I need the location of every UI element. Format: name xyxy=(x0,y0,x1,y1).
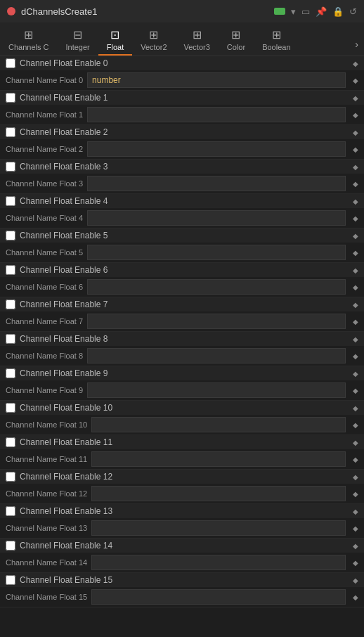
name-diamond-14[interactable]: ◆ xyxy=(353,559,358,567)
channel-group-12: Channel Float Enable 12◆Channel Name Flo… xyxy=(0,470,364,504)
name-input-1[interactable] xyxy=(87,107,346,122)
enable-label-6: Channel Float Enable 6 xyxy=(20,265,349,275)
tab-scroll-right[interactable]: › xyxy=(349,33,364,56)
enable-diamond-6[interactable]: ◆ xyxy=(353,266,358,274)
name-diamond-11[interactable]: ◆ xyxy=(353,456,358,463)
enable-diamond-8[interactable]: ◆ xyxy=(353,335,358,343)
lock-icon[interactable]: 🔒 xyxy=(332,6,344,17)
name-diamond-6[interactable]: ◆ xyxy=(353,283,358,291)
window-icon-1[interactable]: ▭ xyxy=(301,6,310,17)
name-diamond-2[interactable]: ◆ xyxy=(353,146,358,153)
enable-diamond-11[interactable]: ◆ xyxy=(353,439,358,446)
enable-checkbox-4[interactable] xyxy=(6,196,15,206)
name-input-6[interactable] xyxy=(87,279,346,295)
name-diamond-10[interactable]: ◆ xyxy=(353,421,358,429)
enable-row-4: Channel Float Enable 4◆ xyxy=(0,194,364,208)
name-input-14[interactable] xyxy=(91,555,346,570)
refresh-icon[interactable]: ↺ xyxy=(349,6,357,17)
pin-icon[interactable]: 📌 xyxy=(316,6,327,17)
enable-checkbox-13[interactable] xyxy=(6,506,15,516)
dropdown-icon[interactable]: ▾ xyxy=(291,6,296,17)
tab-channels-c[interactable]: ⊞ Channels C xyxy=(0,25,57,56)
enable-row-14: Channel Float Enable 14◆ xyxy=(0,539,364,553)
name-label-0: Channel Name Float 0 xyxy=(6,76,83,84)
name-diamond-12[interactable]: ◆ xyxy=(353,490,358,498)
enable-diamond-3[interactable]: ◆ xyxy=(353,163,358,171)
enable-label-12: Channel Float Enable 12 xyxy=(20,472,349,482)
enable-checkbox-9[interactable] xyxy=(6,368,15,378)
enable-checkbox-15[interactable] xyxy=(6,575,15,585)
enable-checkbox-3[interactable] xyxy=(6,162,15,172)
enable-diamond-4[interactable]: ◆ xyxy=(353,198,358,205)
name-diamond-15[interactable]: ◆ xyxy=(353,593,358,601)
name-input-10[interactable] xyxy=(91,417,346,432)
tab-color[interactable]: ⊞ Color xyxy=(219,25,254,56)
enable-row-3: Channel Float Enable 3◆ xyxy=(0,160,364,174)
enable-checkbox-6[interactable] xyxy=(6,265,15,275)
enable-row-8: Channel Float Enable 8◆ xyxy=(0,332,364,346)
name-diamond-5[interactable]: ◆ xyxy=(353,249,358,257)
name-input-9[interactable] xyxy=(87,382,346,398)
name-input-11[interactable] xyxy=(91,451,346,467)
enable-diamond-15[interactable]: ◆ xyxy=(353,577,358,584)
tab-float[interactable]: ⊡ Float xyxy=(98,25,132,56)
name-input-5[interactable] xyxy=(87,245,346,260)
name-input-0[interactable] xyxy=(87,72,346,88)
channels-content: Channel Float Enable 0◆Channel Name Floa… xyxy=(0,56,364,607)
channel-group-10: Channel Float Enable 10◆Channel Name Flo… xyxy=(0,401,364,435)
tab-float-label: Float xyxy=(107,43,124,51)
enable-checkbox-14[interactable] xyxy=(6,541,15,551)
enable-checkbox-8[interactable] xyxy=(6,334,15,344)
channel-group-7: Channel Float Enable 7◆Channel Name Floa… xyxy=(0,297,364,332)
tab-integer[interactable]: ⊟ Integer xyxy=(57,25,98,56)
name-row-1: Channel Name Float 1◆ xyxy=(0,105,364,124)
enable-checkbox-10[interactable] xyxy=(6,403,15,413)
name-input-8[interactable] xyxy=(87,348,346,363)
tab-boolean[interactable]: ⊞ Boolean xyxy=(254,25,299,56)
enable-diamond-13[interactable]: ◆ xyxy=(353,508,358,515)
vector2-icon: ⊞ xyxy=(149,28,158,41)
name-input-12[interactable] xyxy=(91,486,346,501)
name-input-2[interactable] xyxy=(87,141,346,157)
name-input-4[interactable] xyxy=(87,210,346,226)
name-input-13[interactable] xyxy=(91,520,346,536)
name-diamond-1[interactable]: ◆ xyxy=(353,111,358,119)
name-diamond-9[interactable]: ◆ xyxy=(353,387,358,394)
enable-checkbox-1[interactable] xyxy=(6,93,15,103)
tab-vector3[interactable]: ⊞ Vector3 xyxy=(176,25,219,56)
enable-diamond-12[interactable]: ◆ xyxy=(353,473,358,481)
name-diamond-4[interactable]: ◆ xyxy=(353,214,358,222)
enable-diamond-7[interactable]: ◆ xyxy=(353,301,358,309)
enable-diamond-10[interactable]: ◆ xyxy=(353,404,358,412)
name-input-15[interactable] xyxy=(91,589,346,605)
enable-diamond-2[interactable]: ◆ xyxy=(353,129,358,136)
tab-vector3-label: Vector3 xyxy=(184,43,210,51)
name-diamond-0[interactable]: ◆ xyxy=(353,77,358,84)
channel-group-2: Channel Float Enable 2◆Channel Name Floa… xyxy=(0,125,364,160)
name-label-4: Channel Name Float 4 xyxy=(6,214,83,222)
enable-checkbox-5[interactable] xyxy=(6,231,15,240)
enable-checkbox-7[interactable] xyxy=(6,300,15,309)
name-input-7[interactable] xyxy=(87,314,346,329)
enable-label-10: Channel Float Enable 10 xyxy=(20,403,349,413)
enable-diamond-9[interactable]: ◆ xyxy=(353,370,358,378)
enable-row-12: Channel Float Enable 12◆ xyxy=(0,470,364,484)
enable-diamond-0[interactable]: ◆ xyxy=(353,60,358,67)
channel-group-0: Channel Float Enable 0◆Channel Name Floa… xyxy=(0,56,364,91)
enable-diamond-1[interactable]: ◆ xyxy=(353,94,358,102)
name-input-3[interactable] xyxy=(87,176,346,191)
name-diamond-7[interactable]: ◆ xyxy=(353,318,358,326)
name-label-8: Channel Name Float 8 xyxy=(6,352,83,360)
name-diamond-8[interactable]: ◆ xyxy=(353,352,358,360)
enable-checkbox-2[interactable] xyxy=(6,127,15,137)
enable-diamond-14[interactable]: ◆ xyxy=(353,542,358,550)
name-diamond-13[interactable]: ◆ xyxy=(353,525,358,532)
enable-checkbox-12[interactable] xyxy=(6,472,15,482)
enable-diamond-5[interactable]: ◆ xyxy=(353,232,358,240)
name-diamond-3[interactable]: ◆ xyxy=(353,180,358,188)
name-label-1: Channel Name Float 1 xyxy=(6,110,83,119)
tab-vector2[interactable]: ⊞ Vector2 xyxy=(132,25,175,56)
traffic-light-red[interactable] xyxy=(7,7,15,15)
enable-checkbox-0[interactable] xyxy=(6,58,15,68)
enable-checkbox-11[interactable] xyxy=(6,437,15,447)
